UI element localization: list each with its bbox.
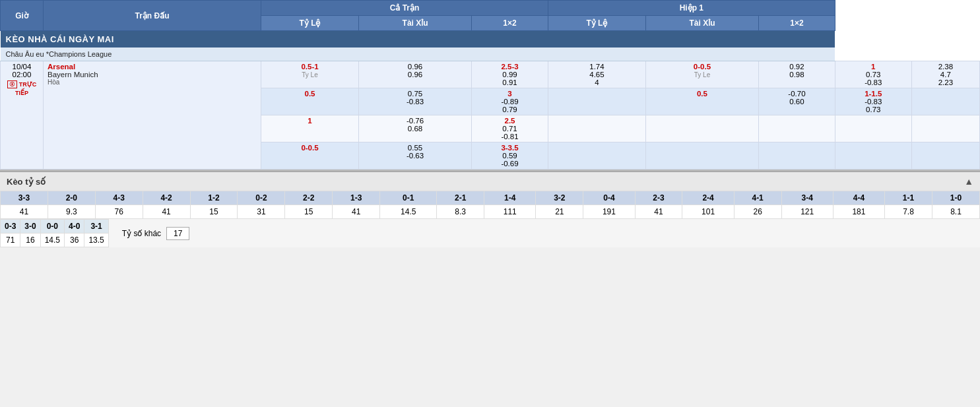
sub-ty-le: Tỷ Lệ bbox=[261, 16, 359, 31]
score-label: 2-0 bbox=[48, 191, 95, 205]
draw-label: Hòa bbox=[48, 78, 258, 86]
r4-h1-tai bbox=[835, 142, 911, 170]
match-date: 10/04 bbox=[3, 63, 40, 71]
r2-odds: 0.75 -0.83 bbox=[359, 88, 472, 115]
r2-handicap: 0.5 bbox=[261, 88, 359, 115]
score-label: 3-0 bbox=[20, 220, 40, 234]
team1-name[interactable]: Arsenal bbox=[48, 63, 258, 71]
r1-h1-tai: 1 0.73 -0.83 bbox=[835, 61, 911, 88]
live-icon: ⦿ bbox=[7, 80, 17, 88]
r2-h1-1x2 bbox=[911, 88, 979, 115]
score-value: 41 bbox=[143, 205, 190, 219]
r3-odds: -0.76 0.68 bbox=[359, 115, 472, 142]
r4-h1-odds bbox=[759, 142, 835, 170]
score-label: 1-3 bbox=[333, 191, 380, 205]
score-label: 2-2 bbox=[285, 191, 333, 205]
score-value: 41 bbox=[333, 205, 380, 219]
col-tran-dau-header: Trận Đấu bbox=[44, 1, 261, 31]
r4-1x2 bbox=[548, 142, 645, 170]
score-label: 0-0 bbox=[40, 220, 64, 234]
r1-tai-top-val: 0.99 bbox=[474, 71, 545, 78]
section-title: KÈO NHÀ CÁI NGÀY MAI bbox=[1, 31, 835, 48]
ty-so-khac-value: 17 bbox=[166, 227, 189, 240]
score-value: 31 bbox=[238, 205, 285, 219]
r4-tai: 3-3.5 0.59 -0.69 bbox=[472, 142, 548, 170]
r3-1x2 bbox=[548, 115, 645, 142]
score-label: 3-1 bbox=[84, 220, 108, 234]
sub-ty-le-h1: Tỷ Lệ bbox=[548, 16, 645, 31]
score-label: 2-1 bbox=[437, 191, 484, 205]
score-label: 2-4 bbox=[682, 191, 734, 205]
r2-h1-tai: 1-1.5 -0.83 0.73 bbox=[835, 88, 911, 115]
live-badge[interactable]: ⦿ TRỰC TIẾP bbox=[3, 80, 40, 96]
ty-so-khac-container: Tỷ số khác 17 bbox=[109, 219, 980, 247]
score-value: 121 bbox=[781, 205, 833, 219]
team2-name[interactable]: Bayern Munich bbox=[48, 71, 258, 78]
score-label: 4-3 bbox=[95, 191, 143, 205]
r1-handicap: 0.5-1 Ty Le bbox=[261, 61, 359, 88]
score-value: 7.8 bbox=[885, 205, 932, 219]
sub-tai-xiu-h1: Tài Xỉu bbox=[645, 16, 758, 31]
r2-h1-handicap: 0.5 bbox=[645, 88, 758, 115]
r3-h1-handicap bbox=[645, 115, 758, 142]
score-value: 111 bbox=[484, 205, 536, 219]
main-table: Giờ Trận Đấu Cả Trận Hiệp 1 Tỷ Lệ Tài Xỉ… bbox=[0, 0, 980, 170]
score-label: 2-3 bbox=[635, 191, 682, 205]
score-value: 26 bbox=[734, 205, 781, 219]
score-label: 1-4 bbox=[484, 191, 536, 205]
ty-so-khac-label: Tỷ số khác bbox=[122, 229, 161, 238]
match-row-1: 10/04 02:00 ⦿ TRỰC TIẾP Arsenal Bayern M… bbox=[1, 61, 980, 88]
score-value: 15 bbox=[285, 205, 333, 219]
r1-odds-bot: 0.96 bbox=[362, 71, 469, 78]
r2-tai: 3 -0.89 0.79 bbox=[472, 88, 548, 115]
r4-odds: 0.55 -0.63 bbox=[359, 142, 472, 170]
r1-odds: 0.96 0.96 bbox=[359, 61, 472, 88]
score-value: 13.5 bbox=[84, 234, 108, 247]
score-value: 71 bbox=[1, 234, 20, 247]
score-label: 3-4 bbox=[781, 191, 833, 205]
col-gio-header: Giờ bbox=[1, 1, 44, 31]
r3-h1-tai bbox=[835, 115, 911, 142]
r3-h1-odds bbox=[759, 115, 835, 142]
r4-h1-1x2 bbox=[911, 142, 979, 170]
keo-ty-so-section: Kèo tỷ số ▲ 3-32-04-34-21-20-22-21-30-12… bbox=[0, 170, 980, 247]
score-value: 9.3 bbox=[48, 205, 95, 219]
keo-ty-so-header[interactable]: Kèo tỷ số ▲ bbox=[0, 171, 980, 191]
r4-handicap: 0-0.5 bbox=[261, 142, 359, 170]
col-ca-tran-header: Cả Trận bbox=[261, 1, 548, 16]
score-value: 181 bbox=[833, 205, 884, 219]
score-label: 1-2 bbox=[190, 191, 238, 205]
keo-ty-so-title: Kèo tỷ số bbox=[7, 177, 46, 187]
score-label: 3-3 bbox=[1, 191, 48, 205]
sub-tai-xiu: Tài Xỉu bbox=[359, 16, 472, 31]
scores-grid-row2-wrapper: 0-33-00-04-03-1711614.53613.5 Tỷ số khác… bbox=[0, 219, 980, 247]
league-name: Châu Âu eu *Champions League bbox=[1, 47, 835, 61]
score-value: 41 bbox=[1, 205, 48, 219]
score-label: 0-1 bbox=[380, 191, 437, 205]
collapse-arrow-icon[interactable]: ▲ bbox=[964, 176, 973, 187]
live-text: TRỰC TIẾP bbox=[15, 81, 36, 96]
score-label: 3-2 bbox=[536, 191, 583, 205]
score-value: 101 bbox=[682, 205, 734, 219]
r1-odds-top: 0.96 bbox=[362, 63, 469, 71]
sub-1x2-h1: 1×2 bbox=[759, 16, 835, 31]
match-datetime: 10/04 02:00 ⦿ TRỰC TIẾP bbox=[1, 61, 44, 170]
score-label: 0-4 bbox=[583, 191, 635, 205]
header-top-row: Giờ Trận Đấu Cả Trận Hiệp 1 bbox=[1, 1, 980, 16]
score-value: 76 bbox=[95, 205, 143, 219]
score-label: 4-1 bbox=[734, 191, 781, 205]
score-label: 0-2 bbox=[238, 191, 285, 205]
teams-cell: Arsenal Bayern Munich Hòa bbox=[44, 61, 261, 170]
r1-tai-bot-val: 0.91 bbox=[474, 78, 545, 86]
col-hiep1-header: Hiệp 1 bbox=[548, 1, 835, 16]
scores-grid-row1: 3-32-04-34-21-20-22-21-30-12-11-43-20-42… bbox=[0, 191, 980, 219]
score-value: 14.5 bbox=[380, 205, 437, 219]
r3-h1-1x2 bbox=[911, 115, 979, 142]
score-value: 21 bbox=[536, 205, 583, 219]
score-label: 4-2 bbox=[143, 191, 190, 205]
score-label: 4-0 bbox=[65, 220, 84, 234]
scores-table-row1: 3-32-04-34-21-20-22-21-30-12-11-43-20-42… bbox=[0, 191, 980, 219]
r1-h1-1x2: 2.38 4.7 2.23 bbox=[911, 61, 979, 88]
score-label: 1-0 bbox=[932, 191, 979, 205]
scores-table-row2: 0-33-00-04-03-1711614.53613.5 bbox=[0, 219, 109, 247]
